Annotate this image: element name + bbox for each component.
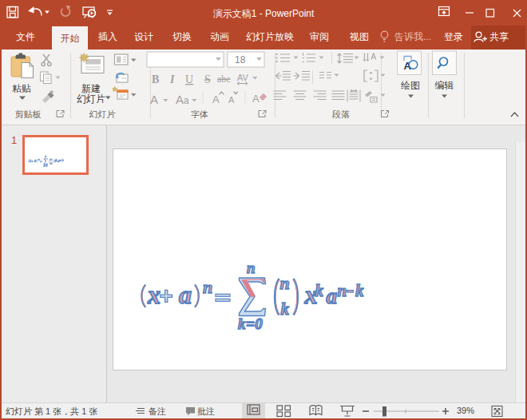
svg-text:A: A — [228, 95, 235, 105]
svg-text:A: A — [176, 93, 184, 106]
svg-text:a: a — [184, 95, 189, 106]
svg-text:I: I — [169, 73, 175, 85]
svg-text:U: U — [185, 73, 193, 85]
svg-text:A: A — [212, 93, 220, 105]
svg-text:B: B — [152, 73, 159, 85]
svg-text:AV: AV — [237, 73, 249, 82]
svg-text:18: 18 — [235, 54, 246, 65]
svg-text:A: A — [150, 93, 158, 106]
svg-text:abc: abc — [217, 73, 231, 85]
svg-text:A: A — [252, 93, 260, 105]
svg-text:S: S — [204, 73, 211, 85]
